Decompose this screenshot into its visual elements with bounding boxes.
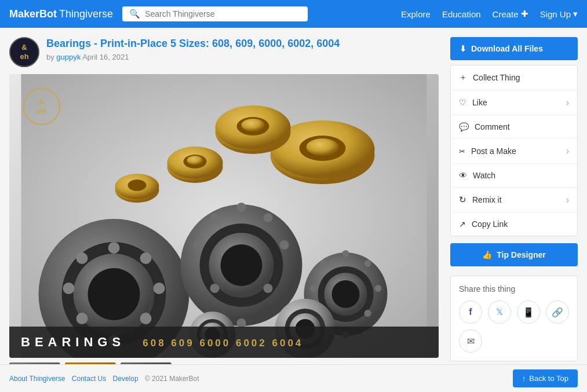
main-image: &eh BEARINGS 608 609 6000 6002 6004 — [9, 74, 439, 358]
svg-point-6 — [140, 252, 152, 264]
nav-education[interactable]: Education — [442, 9, 481, 19]
footer-bar: About Thingiverse Contact Us Develop © 2… — [0, 364, 587, 392]
svg-point-7 — [154, 283, 165, 294]
plus-icon: ✚ — [521, 9, 528, 19]
comment-item[interactable]: 💬 Comment — [451, 115, 577, 139]
chain-link-icon: 🔗 — [552, 307, 563, 318]
eye-icon: 👁 — [459, 171, 467, 180]
post-make-item[interactable]: ✂ Post a Make › — [451, 139, 577, 164]
copy-link-share-button[interactable]: 🔗 — [546, 301, 569, 324]
plus-icon: ＋ — [459, 72, 467, 83]
comment-icon: 💬 — [459, 122, 469, 131]
right-column: ⬇ Download All Files ＋ Collect Thing ♡ L… — [450, 37, 578, 361]
svg-point-23 — [194, 240, 203, 250]
svg-point-19 — [280, 240, 289, 250]
share-section: Share this thing f 𝕏 📱 🔗 ✉ — [450, 276, 578, 361]
thing-title-row: & eh Bearings - Print-in-Place 5 Sizes: … — [9, 37, 439, 67]
header: MakerBot Thingiverse 🔍 Explore Education… — [0, 0, 587, 28]
make-icon: ✂ — [459, 147, 465, 156]
search-bar[interactable]: 🔍 — [122, 6, 308, 21]
back-to-top-button[interactable]: ↑ Back to Top — [513, 369, 578, 387]
chevron-right-icon: › — [566, 146, 569, 156]
share-title: Share this thing — [459, 284, 569, 294]
left-column: & eh Bearings - Print-in-Place 5 Sizes: … — [9, 37, 439, 392]
svg-point-51 — [128, 179, 147, 191]
download-all-button[interactable]: ⬇ Download All Files — [450, 37, 578, 60]
bottom-banner: BEARINGS 608 609 6000 6002 6004 — [9, 327, 439, 358]
bearing-background: &eh BEARINGS 608 609 6000 6002 6004 — [9, 74, 439, 358]
svg-point-40 — [307, 138, 339, 156]
whatsapp-icon: 📱 — [523, 307, 534, 318]
svg-point-48 — [187, 156, 203, 165]
nav-create[interactable]: Create ✚ — [493, 9, 528, 19]
chevron-down-icon: ▾ — [573, 9, 578, 19]
search-icon: 🔍 — [129, 9, 140, 19]
about-link[interactable]: About Thingiverse — [9, 375, 65, 383]
logo-makerbot: MakerBot — [9, 8, 57, 20]
chevron-right-icon: › — [566, 97, 569, 108]
nav-signup[interactable]: Sign Up ▾ — [540, 9, 578, 19]
action-list: ＋ Collect Thing ♡ Like › 💬 Comment — [450, 65, 578, 236]
svg-point-11 — [63, 283, 75, 294]
svg-point-32 — [364, 310, 371, 317]
svg-point-31 — [375, 285, 382, 292]
footer-links: About Thingiverse Contact Us Develop © 2… — [9, 375, 199, 383]
svg-point-44 — [242, 119, 265, 131]
brand-watermark: &eh — [23, 88, 60, 125]
download-icon: ⬇ — [460, 44, 466, 53]
twitter-icon: 𝕏 — [496, 307, 503, 317]
svg-point-18 — [264, 213, 273, 222]
tip-icon: 👍 — [482, 250, 492, 259]
chevron-right-icon: › — [566, 195, 569, 205]
tip-designer-button[interactable]: 👍 Tip Designer — [450, 243, 578, 266]
svg-point-20 — [264, 284, 273, 293]
svg-point-36 — [320, 260, 327, 267]
thing-meta: by guppyk April 16, 2021 — [46, 53, 340, 61]
bearing-illustration — [9, 74, 439, 358]
copy-link-item[interactable]: ↗ Copy Link — [451, 213, 577, 236]
avatar: & eh — [9, 37, 39, 67]
like-item[interactable]: ♡ Like › — [451, 90, 577, 115]
collect-thing-item[interactable]: ＋ Collect Thing — [451, 65, 577, 90]
share-icons: f 𝕏 📱 🔗 ✉ — [459, 301, 569, 353]
email-share-button[interactable]: ✉ — [459, 329, 482, 353]
svg-point-8 — [140, 313, 152, 324]
whatsapp-share-button[interactable]: 📱 — [517, 301, 540, 324]
arrow-up-icon: ↑ — [522, 374, 526, 383]
svg-point-5 — [108, 242, 120, 254]
svg-point-28 — [332, 280, 360, 308]
svg-point-22 — [210, 284, 220, 293]
link-icon: ↗ — [459, 219, 466, 229]
thing-title-info: Bearings - Print-in-Place 5 Sizes: 608, … — [46, 37, 340, 61]
copyright: © 2021 MakerBot — [145, 375, 199, 383]
email-icon: ✉ — [467, 336, 475, 347]
page-title: Bearings - Print-in-Place 5 Sizes: 608, … — [46, 37, 340, 50]
watch-item[interactable]: 👁 Watch — [451, 164, 577, 188]
logo[interactable]: MakerBot Thingiverse — [9, 8, 113, 20]
contact-link[interactable]: Contact Us — [72, 375, 106, 383]
nav-explore[interactable]: Explore — [401, 9, 431, 19]
svg-point-17 — [237, 203, 246, 212]
svg-point-24 — [210, 213, 220, 222]
facebook-share-button[interactable]: f — [459, 301, 482, 324]
svg-point-35 — [310, 285, 317, 292]
facebook-icon: f — [469, 307, 472, 317]
remix-item[interactable]: ↻ Remix it › — [451, 188, 577, 213]
svg-point-16 — [221, 244, 262, 286]
remix-icon: ↻ — [459, 195, 466, 205]
svg-point-29 — [342, 250, 349, 257]
author-link[interactable]: guppyk — [56, 53, 81, 61]
nav-links: Explore Education Create ✚ Sign Up ▾ — [401, 9, 578, 19]
search-input[interactable] — [145, 9, 301, 19]
develop-link[interactable]: Develop — [113, 375, 138, 383]
svg-point-10 — [76, 313, 88, 324]
heart-icon: ♡ — [459, 98, 466, 107]
svg-point-4 — [88, 268, 140, 320]
svg-point-12 — [76, 252, 88, 264]
svg-point-30 — [364, 260, 371, 267]
twitter-share-button[interactable]: 𝕏 — [488, 301, 511, 324]
page-content: & eh Bearings - Print-in-Place 5 Sizes: … — [0, 28, 587, 392]
logo-thingiverse: Thingiverse — [59, 8, 113, 20]
